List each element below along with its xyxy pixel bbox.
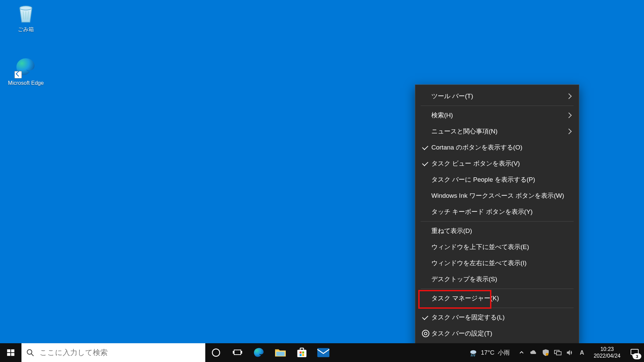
svg-rect-11 bbox=[276, 352, 285, 356]
edge-icon bbox=[15, 56, 37, 78]
context-menu-item-label: 重ねて表示(D) bbox=[431, 227, 565, 235]
system-tray[interactable]: A bbox=[515, 343, 589, 362]
context-menu-item-label: 検索(H) bbox=[431, 111, 565, 120]
taskbar-search[interactable] bbox=[21, 343, 205, 362]
svg-rect-4 bbox=[11, 353, 14, 356]
edge-icon bbox=[253, 347, 265, 359]
search-icon bbox=[26, 349, 34, 357]
volume-tray-icon[interactable] bbox=[566, 349, 574, 356]
context-menu-item[interactable]: 検索(H) bbox=[415, 107, 579, 123]
cortana-button[interactable] bbox=[205, 343, 227, 362]
start-button[interactable] bbox=[0, 343, 21, 362]
svg-line-20 bbox=[471, 354, 472, 357]
svg-rect-12 bbox=[297, 350, 306, 357]
action-center-button[interactable]: 3 bbox=[625, 343, 644, 362]
microsoft-store-icon bbox=[296, 347, 308, 359]
context-menu-item-label: デスクトップを表示(S) bbox=[431, 275, 565, 284]
search-input[interactable] bbox=[39, 348, 201, 357]
pinned-app-edge[interactable] bbox=[248, 343, 270, 362]
weather-temp: 17°C bbox=[481, 349, 494, 356]
ime-tray-icon[interactable]: A bbox=[578, 349, 586, 356]
notification-count-badge: 3 bbox=[633, 353, 641, 359]
taskbar-clock[interactable]: 10:23 2022/04/24 bbox=[589, 343, 625, 362]
context-menu-item[interactable]: ウィンドウを上下に並べて表示(E) bbox=[415, 239, 579, 255]
weather-widget[interactable]: 17°C 小雨 bbox=[464, 343, 515, 362]
clock-time: 10:23 bbox=[594, 346, 621, 353]
context-menu-item-label: タッチ キーボード ボタンを表示(Y) bbox=[431, 207, 565, 216]
check-icon bbox=[423, 162, 428, 165]
context-menu-item[interactable]: タスク バーの設定(T) bbox=[415, 325, 579, 342]
svg-rect-13 bbox=[300, 348, 304, 350]
chevron-right-icon bbox=[567, 94, 571, 98]
tray-overflow-button[interactable] bbox=[518, 349, 525, 356]
security-tray-icon[interactable] bbox=[542, 349, 549, 356]
context-menu-item-label: ウィンドウを上下に並べて表示(E) bbox=[431, 243, 565, 251]
desktop-icon-edge[interactable]: Microsoft Edge bbox=[7, 56, 44, 86]
context-menu-item-label: タスク ビュー ボタンを表示(V) bbox=[431, 159, 565, 168]
context-menu-item[interactable]: 重ねて表示(D) bbox=[415, 223, 579, 239]
svg-rect-1 bbox=[7, 349, 10, 352]
svg-point-23 bbox=[546, 353, 548, 356]
pinned-app-store[interactable] bbox=[291, 343, 313, 362]
context-menu-item[interactable]: ツール バー(T) bbox=[415, 88, 579, 104]
context-menu-item-label: タスク マネージャー(K) bbox=[431, 294, 565, 303]
weather-rain-icon bbox=[469, 348, 478, 357]
context-menu-item-label: ニュースと関心事項(N) bbox=[431, 127, 565, 136]
context-menu-item[interactable]: タスク マネージャー(K) bbox=[415, 290, 579, 306]
svg-rect-25 bbox=[556, 352, 561, 355]
onedrive-tray-icon[interactable] bbox=[530, 349, 537, 356]
svg-rect-3 bbox=[7, 353, 10, 356]
svg-line-21 bbox=[473, 354, 473, 357]
desktop-icon-label: Microsoft Edge bbox=[7, 80, 44, 86]
svg-rect-2 bbox=[11, 349, 14, 352]
weather-cond: 小雨 bbox=[498, 349, 510, 357]
svg-rect-14 bbox=[300, 352, 302, 354]
windows-logo-icon bbox=[6, 348, 15, 357]
context-menu-item[interactable]: デスクトップを表示(S) bbox=[415, 271, 579, 287]
context-menu-item[interactable]: ウィンドウを左右に並べて表示(I) bbox=[415, 255, 579, 271]
desktop-icon-recycle-bin[interactable]: ごみ箱 bbox=[7, 3, 44, 33]
svg-point-7 bbox=[212, 349, 220, 356]
taskbar-context-menu: ツール バー(T)検索(H)ニュースと関心事項(N)Cortana のボタンを表… bbox=[415, 84, 579, 345]
svg-rect-8 bbox=[234, 350, 241, 355]
taskbar-empty-area[interactable] bbox=[334, 343, 464, 362]
svg-point-0 bbox=[20, 6, 32, 10]
recycle-bin-icon bbox=[15, 3, 37, 24]
chevron-right-icon bbox=[567, 113, 571, 117]
clock-date: 2022/04/24 bbox=[594, 353, 621, 359]
context-menu-item[interactable]: Windows Ink ワークスペース ボタンを表示(W) bbox=[415, 188, 579, 204]
context-menu-item[interactable]: タッチ キーボード ボタンを表示(Y) bbox=[415, 204, 579, 220]
desktop-icon-label: ごみ箱 bbox=[7, 26, 44, 33]
check-icon bbox=[423, 146, 428, 149]
context-menu-item-label: タスク バーを固定する(L) bbox=[431, 313, 565, 322]
chevron-right-icon bbox=[567, 129, 571, 133]
shortcut-badge-icon bbox=[14, 71, 22, 78]
task-view-icon bbox=[232, 349, 243, 357]
context-menu-item[interactable]: タスク バーに People を表示する(P) bbox=[415, 172, 579, 188]
file-explorer-icon bbox=[274, 347, 286, 359]
context-menu-item[interactable]: タスク バーを固定する(L) bbox=[415, 309, 579, 325]
svg-line-6 bbox=[31, 354, 34, 356]
context-menu-item-label: ツール バー(T) bbox=[431, 92, 565, 101]
context-menu-item-label: ウィンドウを左右に並べて表示(I) bbox=[431, 259, 565, 267]
svg-point-5 bbox=[27, 350, 32, 354]
svg-point-19 bbox=[470, 350, 476, 354]
context-menu-item[interactable]: Cortana のボタンを表示する(O) bbox=[415, 139, 579, 156]
svg-rect-18 bbox=[317, 348, 329, 357]
mail-icon bbox=[317, 347, 329, 359]
context-menu-item-label: Windows Ink ワークスペース ボタンを表示(W) bbox=[431, 191, 565, 200]
context-menu-item-label: Cortana のボタンを表示する(O) bbox=[431, 143, 565, 152]
network-tray-icon[interactable] bbox=[554, 349, 561, 356]
pinned-app-mail[interactable] bbox=[313, 343, 334, 362]
context-menu-item[interactable]: タスク ビュー ボタンを表示(V) bbox=[415, 156, 579, 172]
svg-rect-15 bbox=[302, 352, 304, 354]
gear-icon bbox=[422, 330, 429, 337]
task-view-button[interactable] bbox=[227, 343, 248, 362]
svg-rect-9 bbox=[233, 351, 234, 354]
taskbar[interactable]: 17°C 小雨 A 10:23 2022/04/24 3 bbox=[0, 343, 644, 362]
svg-line-22 bbox=[474, 354, 475, 357]
pinned-app-explorer[interactable] bbox=[270, 343, 291, 362]
context-menu-item[interactable]: ニュースと関心事項(N) bbox=[415, 123, 579, 139]
context-menu-item-label: タスク バーの設定(T) bbox=[431, 329, 565, 338]
svg-rect-17 bbox=[302, 354, 304, 356]
